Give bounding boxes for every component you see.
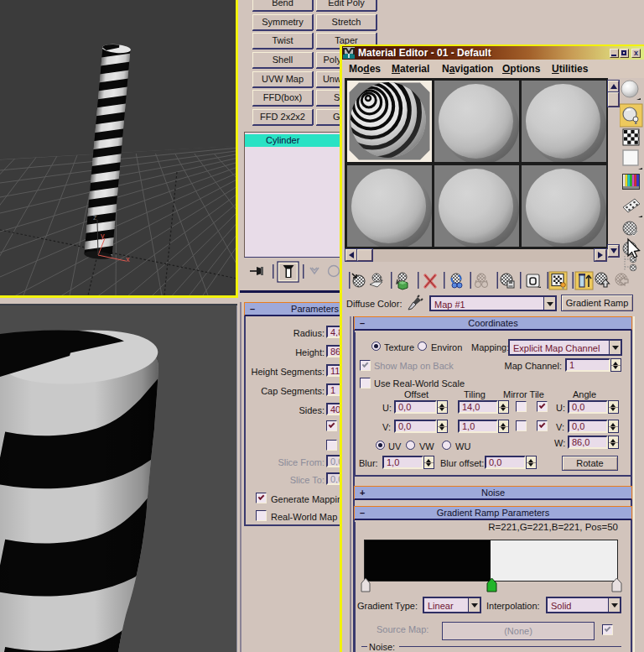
- svg-text:x: x: [126, 255, 130, 263]
- svg-text:z: z: [93, 213, 97, 222]
- svg-text:y: y: [101, 232, 105, 240]
